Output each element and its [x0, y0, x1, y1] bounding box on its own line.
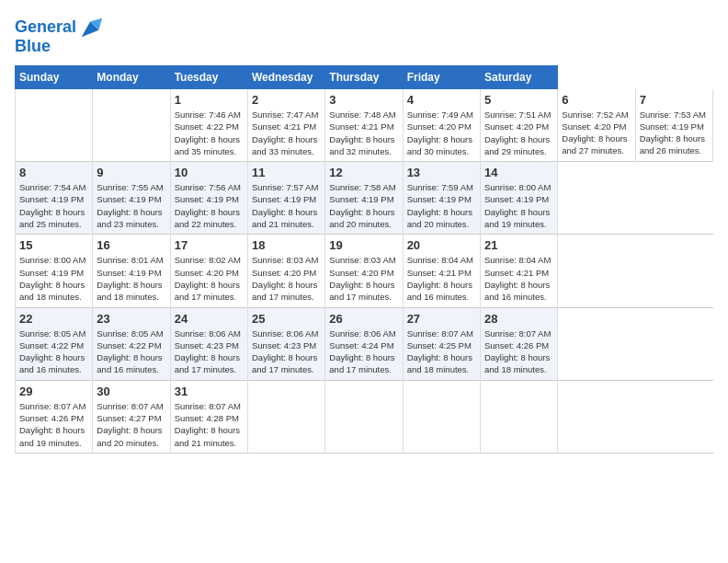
calendar-cell	[247, 380, 324, 453]
day-info: Sunrise: 7:47 AMSunset: 4:21 PMDaylight:…	[252, 109, 318, 156]
day-number: 18	[252, 238, 321, 252]
day-number: 12	[329, 166, 398, 179]
calendar-cell: 4Sunrise: 7:49 AMSunset: 4:20 PMDaylight…	[403, 89, 480, 162]
day-number: 4	[407, 93, 476, 107]
calendar-week-2: 8Sunrise: 7:54 AMSunset: 4:19 PMDaylight…	[16, 162, 713, 235]
main-container: General Blue SundayMondayTuesdayWednesda…	[0, 0, 728, 461]
day-number: 30	[97, 385, 165, 398]
day-number: 8	[19, 166, 88, 179]
calendar-cell: 29Sunrise: 8:07 AMSunset: 4:26 PMDayligh…	[16, 380, 93, 453]
day-number: 11	[252, 166, 321, 179]
day-header-monday: Monday	[93, 66, 170, 89]
day-number: 31	[175, 385, 244, 398]
day-number: 21	[484, 238, 553, 252]
day-info: Sunrise: 7:58 AMSunset: 4:19 PMDaylight:…	[329, 182, 395, 229]
calendar-cell: 12Sunrise: 7:58 AMSunset: 4:19 PMDayligh…	[325, 162, 403, 235]
day-number: 5	[484, 93, 553, 107]
calendar-cell: 18Sunrise: 8:03 AMSunset: 4:20 PMDayligh…	[247, 235, 324, 307]
day-number: 25	[252, 312, 321, 326]
day-info: Sunrise: 8:02 AMSunset: 4:20 PMDaylight:…	[175, 255, 241, 302]
day-info: Sunrise: 8:03 AMSunset: 4:20 PMDaylight:…	[329, 255, 395, 302]
calendar-cell: 21Sunrise: 8:04 AMSunset: 4:21 PMDayligh…	[480, 235, 557, 307]
day-number: 6	[562, 93, 631, 107]
day-info: Sunrise: 8:07 AMSunset: 4:28 PMDaylight:…	[175, 401, 241, 448]
calendar-cell	[16, 89, 93, 162]
logo-icon	[78, 15, 104, 40]
day-number: 10	[175, 166, 244, 179]
calendar-body: 1Sunrise: 7:46 AMSunset: 4:22 PMDaylight…	[16, 89, 713, 454]
day-info: Sunrise: 7:59 AMSunset: 4:19 PMDaylight:…	[407, 182, 473, 229]
calendar-cell	[403, 380, 480, 453]
day-header-friday: Friday	[403, 66, 480, 89]
calendar-cell: 25Sunrise: 8:06 AMSunset: 4:23 PMDayligh…	[247, 307, 324, 380]
calendar-cell: 22Sunrise: 8:05 AMSunset: 4:22 PMDayligh…	[16, 307, 93, 380]
calendar-cell: 14Sunrise: 8:00 AMSunset: 4:19 PMDayligh…	[480, 162, 557, 235]
day-info: Sunrise: 7:54 AMSunset: 4:19 PMDaylight:…	[19, 182, 85, 229]
day-number: 7	[640, 93, 709, 107]
calendar-cell: 6Sunrise: 7:52 AMSunset: 4:20 PMDaylight…	[558, 89, 635, 162]
day-info: Sunrise: 8:01 AMSunset: 4:19 PMDaylight:…	[97, 255, 163, 302]
day-number: 22	[19, 312, 88, 326]
day-info: Sunrise: 8:07 AMSunset: 4:26 PMDaylight:…	[484, 328, 551, 375]
day-info: Sunrise: 8:07 AMSunset: 4:27 PMDaylight:…	[97, 401, 163, 448]
day-number: 1	[175, 93, 244, 107]
calendar-cell: 23Sunrise: 8:05 AMSunset: 4:22 PMDayligh…	[93, 307, 170, 380]
day-info: Sunrise: 8:07 AMSunset: 4:25 PMDaylight:…	[407, 328, 473, 375]
logo: General Blue	[15, 15, 104, 56]
calendar-cell: 26Sunrise: 8:06 AMSunset: 4:24 PMDayligh…	[325, 307, 403, 380]
day-number: 19	[329, 238, 398, 252]
day-info: Sunrise: 7:48 AMSunset: 4:21 PMDaylight:…	[329, 109, 395, 156]
calendar-cell: 19Sunrise: 8:03 AMSunset: 4:20 PMDayligh…	[325, 235, 403, 307]
day-info: Sunrise: 7:55 AMSunset: 4:19 PMDaylight:…	[97, 182, 163, 229]
day-info: Sunrise: 8:06 AMSunset: 4:24 PMDaylight:…	[329, 328, 395, 375]
calendar-cell: 13Sunrise: 7:59 AMSunset: 4:19 PMDayligh…	[403, 162, 480, 235]
day-info: Sunrise: 7:51 AMSunset: 4:20 PMDaylight:…	[484, 109, 551, 156]
calendar-cell: 7Sunrise: 7:53 AMSunset: 4:19 PMDaylight…	[635, 89, 712, 162]
day-info: Sunrise: 8:03 AMSunset: 4:20 PMDaylight:…	[252, 255, 318, 302]
day-info: Sunrise: 8:04 AMSunset: 4:21 PMDaylight:…	[484, 255, 551, 302]
calendar-week-4: 22Sunrise: 8:05 AMSunset: 4:22 PMDayligh…	[16, 307, 713, 380]
header: General Blue	[15, 15, 713, 56]
day-info: Sunrise: 8:06 AMSunset: 4:23 PMDaylight:…	[175, 328, 241, 375]
day-number: 3	[329, 93, 398, 107]
day-info: Sunrise: 8:04 AMSunset: 4:21 PMDaylight:…	[407, 255, 473, 302]
day-info: Sunrise: 7:49 AMSunset: 4:20 PMDaylight:…	[407, 109, 473, 156]
day-number: 26	[329, 312, 398, 326]
calendar-cell: 15Sunrise: 8:00 AMSunset: 4:19 PMDayligh…	[16, 235, 93, 307]
day-number: 2	[252, 93, 321, 107]
day-info: Sunrise: 8:00 AMSunset: 4:19 PMDaylight:…	[19, 255, 85, 302]
calendar-cell	[93, 89, 170, 162]
day-info: Sunrise: 8:05 AMSunset: 4:22 PMDaylight:…	[19, 328, 85, 375]
day-number: 17	[175, 238, 244, 252]
calendar-cell: 2Sunrise: 7:47 AMSunset: 4:21 PMDaylight…	[247, 89, 324, 162]
calendar-cell: 9Sunrise: 7:55 AMSunset: 4:19 PMDaylight…	[93, 162, 170, 235]
day-info: Sunrise: 8:06 AMSunset: 4:23 PMDaylight:…	[252, 328, 318, 375]
calendar-cell: 11Sunrise: 7:57 AMSunset: 4:19 PMDayligh…	[247, 162, 324, 235]
calendar-cell: 10Sunrise: 7:56 AMSunset: 4:19 PMDayligh…	[170, 162, 247, 235]
calendar-table: SundayMondayTuesdayWednesdayThursdayFrid…	[15, 65, 713, 454]
day-number: 28	[484, 312, 553, 326]
calendar-cell: 20Sunrise: 8:04 AMSunset: 4:21 PMDayligh…	[403, 235, 480, 307]
calendar-cell: 31Sunrise: 8:07 AMSunset: 4:28 PMDayligh…	[170, 380, 247, 453]
calendar-cell: 8Sunrise: 7:54 AMSunset: 4:19 PMDaylight…	[16, 162, 93, 235]
day-info: Sunrise: 8:07 AMSunset: 4:26 PMDaylight:…	[19, 401, 85, 448]
day-info: Sunrise: 7:57 AMSunset: 4:19 PMDaylight:…	[252, 182, 318, 229]
day-number: 16	[97, 238, 165, 252]
day-header-saturday: Saturday	[480, 66, 557, 89]
day-header-thursday: Thursday	[325, 66, 403, 89]
calendar-cell: 27Sunrise: 8:07 AMSunset: 4:25 PMDayligh…	[403, 307, 480, 380]
day-header-sunday: Sunday	[16, 66, 93, 89]
calendar-week-1: 1Sunrise: 7:46 AMSunset: 4:22 PMDaylight…	[16, 89, 713, 162]
calendar-cell: 24Sunrise: 8:06 AMSunset: 4:23 PMDayligh…	[170, 307, 247, 380]
day-number: 27	[407, 312, 476, 326]
calendar-cell: 28Sunrise: 8:07 AMSunset: 4:26 PMDayligh…	[480, 307, 557, 380]
calendar-cell: 16Sunrise: 8:01 AMSunset: 4:19 PMDayligh…	[93, 235, 170, 307]
day-number: 24	[175, 312, 244, 326]
calendar-week-3: 15Sunrise: 8:00 AMSunset: 4:19 PMDayligh…	[16, 235, 713, 307]
day-number: 15	[19, 238, 88, 252]
calendar-cell: 1Sunrise: 7:46 AMSunset: 4:22 PMDaylight…	[170, 89, 247, 162]
day-info: Sunrise: 7:56 AMSunset: 4:19 PMDaylight:…	[175, 182, 241, 229]
logo-text: General	[15, 18, 76, 37]
calendar-cell: 3Sunrise: 7:48 AMSunset: 4:21 PMDaylight…	[325, 89, 403, 162]
calendar-cell	[480, 380, 557, 453]
